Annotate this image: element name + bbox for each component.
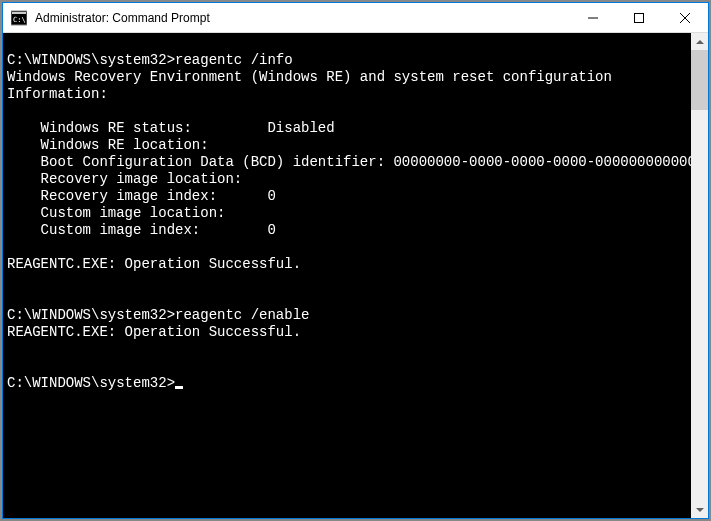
terminal-line: C:\WINDOWS\system32>reagentc /enable: [7, 307, 687, 324]
cursor: [175, 386, 183, 389]
vertical-scrollbar[interactable]: [691, 33, 708, 518]
terminal-line: [7, 273, 687, 290]
svg-rect-1: [12, 12, 26, 14]
svg-rect-4: [635, 13, 644, 22]
window-controls: [570, 3, 708, 32]
maximize-button[interactable]: [616, 3, 662, 32]
cmd-icon: C:\: [11, 10, 27, 26]
terminal-area: C:\WINDOWS\system32>reagentc /infoWindow…: [3, 33, 708, 518]
terminal-line: [7, 239, 687, 256]
terminal-line: C:\WINDOWS\system32>: [7, 375, 687, 392]
terminal-line: Windows Recovery Environment (Windows RE…: [7, 69, 687, 86]
scroll-track[interactable]: [691, 50, 708, 501]
terminal-line: Information:: [7, 86, 687, 103]
close-button[interactable]: [662, 3, 708, 32]
terminal-line: [7, 341, 687, 358]
terminal-line: Windows RE location:: [7, 137, 687, 154]
terminal-line: REAGENTC.EXE: Operation Successful.: [7, 324, 687, 341]
titlebar[interactable]: C:\ Administrator: Command Prompt: [3, 3, 708, 33]
terminal-line: Windows RE status: Disabled: [7, 120, 687, 137]
terminal-line: [7, 290, 687, 307]
terminal-line: [7, 358, 687, 375]
svg-text:C:\: C:\: [13, 16, 26, 24]
minimize-button[interactable]: [570, 3, 616, 32]
terminal-line: Custom image index: 0: [7, 222, 687, 239]
terminal-line: Boot Configuration Data (BCD) identifier…: [7, 154, 687, 171]
terminal-line: [7, 35, 687, 52]
terminal-line: C:\WINDOWS\system32>reagentc /info: [7, 52, 687, 69]
scroll-up-button[interactable]: [691, 33, 708, 50]
command-prompt-window: C:\ Administrator: Command Prompt C:\WIN…: [2, 2, 709, 519]
scroll-thumb[interactable]: [691, 50, 708, 110]
window-title: Administrator: Command Prompt: [33, 11, 570, 25]
svg-marker-8: [696, 508, 704, 512]
scroll-down-button[interactable]: [691, 501, 708, 518]
terminal-line: [7, 103, 687, 120]
terminal-line: Custom image location:: [7, 205, 687, 222]
svg-marker-7: [696, 40, 704, 44]
terminal-line: REAGENTC.EXE: Operation Successful.: [7, 256, 687, 273]
terminal-line: Recovery image location:: [7, 171, 687, 188]
terminal-output[interactable]: C:\WINDOWS\system32>reagentc /infoWindow…: [3, 33, 691, 518]
terminal-line: Recovery image index: 0: [7, 188, 687, 205]
